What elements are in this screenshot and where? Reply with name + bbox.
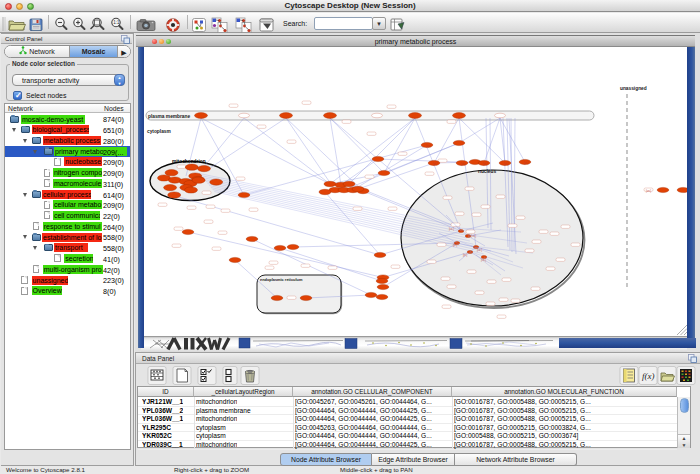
svg-text:[pr.]: [pr.] <box>463 253 468 257</box>
svg-text:[pl.]: [pl.] <box>504 162 508 166</box>
svg-text:[pl.]: [pl.] <box>524 161 528 165</box>
svg-text:1:1: 1:1 <box>113 20 120 25</box>
svg-text:unassigned: unassigned <box>620 86 647 91</box>
svg-text:cytoplasm: cytoplasm <box>147 129 171 134</box>
svg-text:plasma membrane: plasma membrane <box>148 114 190 119</box>
svg-text:[co.]: [co.] <box>449 227 454 231</box>
svg-text:[un.]: [un.] <box>646 189 651 193</box>
svg-text:[pl.]: [pl.] <box>433 162 437 166</box>
svg-text:f(x): f(x) <box>642 371 655 381</box>
svg-text:[co.]: [co.] <box>477 248 482 252</box>
svg-text:mitochondrion: mitochondrion <box>172 159 206 164</box>
svg-text:[cy.]: [cy.] <box>426 144 431 148</box>
svg-text:nucleus: nucleus <box>478 169 496 174</box>
svg-text:[pr.]: [pr.] <box>453 243 458 247</box>
svg-text:[pl.]: [pl.] <box>461 162 465 166</box>
svg-text:[co.]: [co.] <box>481 258 486 262</box>
svg-text:endoplasmic reticulum: endoplasmic reticulum <box>260 277 303 282</box>
svg-text:[co.]: [co.] <box>471 234 476 238</box>
svg-text:[pl.]: [pl.] <box>483 162 487 166</box>
